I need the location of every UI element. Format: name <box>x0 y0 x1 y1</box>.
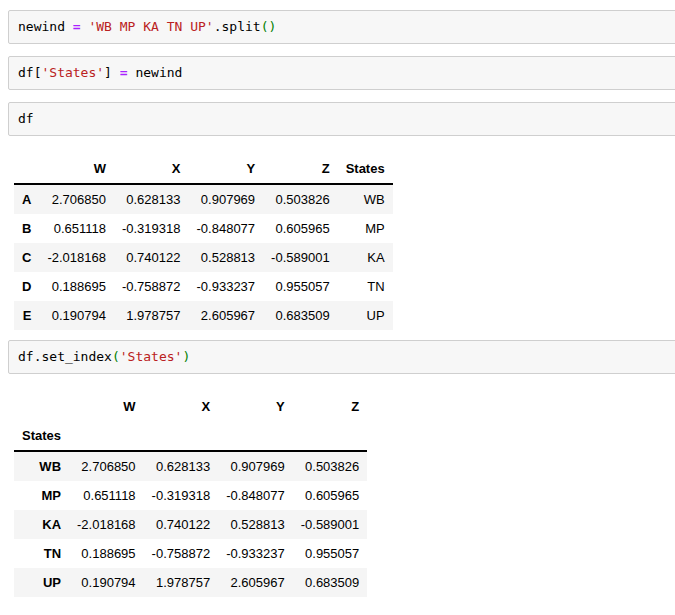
cell-value: -0.848077 <box>189 214 264 243</box>
index-name-row: States <box>14 421 367 451</box>
column-header-row: WXYZStates <box>14 154 393 184</box>
row-index: E <box>14 301 39 330</box>
row-index: B <box>14 214 39 243</box>
cell-value: 1.978757 <box>144 568 219 597</box>
row-index: WB <box>14 451 69 481</box>
cell-value: 2.605967 <box>218 568 293 597</box>
code-line: df['States'] = newind <box>18 65 669 81</box>
column-header-row: WXYZ <box>14 392 367 421</box>
cell-value: 0.683509 <box>293 568 368 597</box>
dataframe-table: WXYZStates A2.7068500.6281330.9079690.50… <box>14 154 393 330</box>
cell-value: 0.188695 <box>69 539 144 568</box>
code-line: df <box>18 111 669 127</box>
index-name-spacer <box>293 421 368 451</box>
table-row: E0.1907941.9787572.6059670.683509UP <box>14 301 393 330</box>
cell-value: -0.933237 <box>189 272 264 301</box>
column-header: States <box>338 154 393 184</box>
row-index: C <box>14 243 39 272</box>
cell-value: -0.589001 <box>263 243 338 272</box>
cell-value: 0.503826 <box>293 451 368 481</box>
cell-value: -0.933237 <box>218 539 293 568</box>
cell-value: 0.605965 <box>293 481 368 510</box>
cell-value: -0.319318 <box>114 214 189 243</box>
code-token-default: df <box>18 111 34 126</box>
code-line: df.set_index('States') <box>18 349 669 365</box>
table-body: WB2.7068500.6281330.9079690.503826MP0.65… <box>14 451 367 597</box>
cell-value: 0.651118 <box>39 214 114 243</box>
code-token-default: df[ <box>18 65 41 80</box>
table-row: TN0.188695-0.758872-0.9332370.955057 <box>14 539 367 568</box>
cell-value: -0.319318 <box>144 481 219 510</box>
cell-value: -2.018168 <box>69 510 144 539</box>
code-cell-df[interactable]: df <box>8 102 675 136</box>
index-name-spacer <box>218 421 293 451</box>
code-cell-newind-split[interactable]: newind = 'WB MP KA TN UP'.split() <box>8 10 675 44</box>
cell-value: -0.848077 <box>218 481 293 510</box>
code-cell-set-index[interactable]: df.set_index('States') <box>8 340 675 374</box>
index-name-spacer <box>144 421 219 451</box>
row-index: TN <box>14 539 69 568</box>
df-output-area: WXYZStates A2.7068500.6281330.9079690.50… <box>14 154 675 330</box>
cell-value: 0.907969 <box>189 184 264 214</box>
cell-value: 0.528813 <box>218 510 293 539</box>
column-header: X <box>114 154 189 184</box>
cell-value: -0.758872 <box>144 539 219 568</box>
table-row: A2.7068500.6281330.9079690.503826WB <box>14 184 393 214</box>
column-header: W <box>69 392 144 421</box>
cell-value: -2.018168 <box>39 243 114 272</box>
row-index: MP <box>14 481 69 510</box>
table-row: WB2.7068500.6281330.9079690.503826 <box>14 451 367 481</box>
cell-value: TN <box>338 272 393 301</box>
cell-value: -0.758872 <box>114 272 189 301</box>
code-token-bracket: () <box>261 19 277 34</box>
table-header: WXYZStates <box>14 392 367 451</box>
set-index-output-area: WXYZStates WB2.7068500.6281330.9079690.5… <box>14 392 675 597</box>
table-row: C-2.0181680.7401220.528813-0.589001KA <box>14 243 393 272</box>
cell-value: 0.190794 <box>69 568 144 597</box>
cell-value: 0.190794 <box>39 301 114 330</box>
index-corner <box>14 154 39 184</box>
column-header: Y <box>218 392 293 421</box>
cell-value: 0.955057 <box>263 272 338 301</box>
table-row: MP0.651118-0.319318-0.8480770.605965 <box>14 481 367 510</box>
cell-value: 2.706850 <box>39 184 114 214</box>
cell-value: 2.706850 <box>69 451 144 481</box>
code-line: newind = 'WB MP KA TN UP'.split() <box>18 19 669 35</box>
cell-value: 1.978757 <box>114 301 189 330</box>
code-cell-assign-states[interactable]: df['States'] = newind <box>8 56 675 90</box>
table-row: UP0.1907941.9787572.6059670.683509 <box>14 568 367 597</box>
cell-value: 0.528813 <box>189 243 264 272</box>
cell-value: 0.683509 <box>263 301 338 330</box>
dataframe-setindex-table: WXYZStates WB2.7068500.6281330.9079690.5… <box>14 392 367 597</box>
table-row: B0.651118-0.319318-0.8480770.605965MP <box>14 214 393 243</box>
code-token-bracket: ( <box>112 349 120 364</box>
cell-value: 0.740122 <box>114 243 189 272</box>
code-token-bracket: ) <box>182 349 190 364</box>
cell-value: 2.605967 <box>189 301 264 330</box>
table-header: WXYZStates <box>14 154 393 184</box>
code-token-string: 'States' <box>120 349 183 364</box>
code-token-default: ] <box>104 65 120 80</box>
code-token-operator: = <box>120 65 128 80</box>
code-token-default: df.set_index <box>18 349 112 364</box>
table-row: D0.188695-0.758872-0.9332370.955057TN <box>14 272 393 301</box>
cell-value: 0.740122 <box>144 510 219 539</box>
row-index: KA <box>14 510 69 539</box>
row-index: D <box>14 272 39 301</box>
table-body: A2.7068500.6281330.9079690.503826WBB0.65… <box>14 184 393 330</box>
cell-value: MP <box>338 214 393 243</box>
code-token-string: 'WB MP KA TN UP' <box>88 19 213 34</box>
notebook: newind = 'WB MP KA TN UP'.split() df['St… <box>0 10 675 597</box>
cell-value: 0.628133 <box>114 184 189 214</box>
index-name-spacer <box>69 421 144 451</box>
cell-value: UP <box>338 301 393 330</box>
cell-value: 0.628133 <box>144 451 219 481</box>
column-header: X <box>144 392 219 421</box>
code-token-string: 'States' <box>41 65 104 80</box>
cell-value: KA <box>338 243 393 272</box>
index-corner <box>14 392 69 421</box>
cell-value: 0.188695 <box>39 272 114 301</box>
cell-value: 0.907969 <box>218 451 293 481</box>
code-token-default: .split <box>214 19 261 34</box>
index-name: States <box>14 421 69 451</box>
